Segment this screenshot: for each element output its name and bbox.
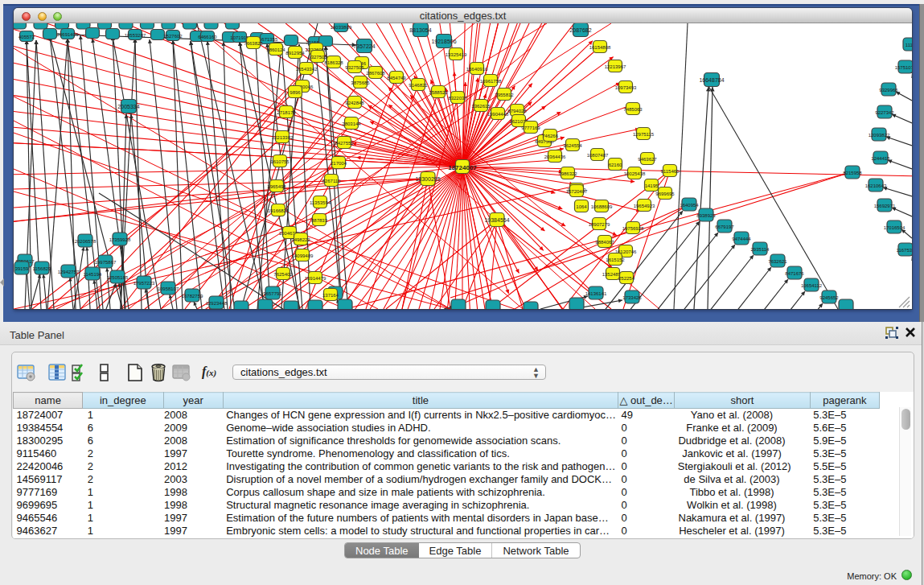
svg-text:7485063: 7485063 xyxy=(623,107,643,112)
svg-text:9146821: 9146821 xyxy=(409,83,428,88)
svg-text:15751074: 15751074 xyxy=(895,65,912,70)
svg-text:15692971: 15692971 xyxy=(874,204,896,208)
svg-text:1615152: 1615152 xyxy=(606,257,625,262)
svg-text:12505185: 12505185 xyxy=(107,275,129,280)
svg-text:8267110: 8267110 xyxy=(322,179,342,183)
svg-text:1145194: 1145194 xyxy=(84,272,103,277)
svg-text:7955812: 7955812 xyxy=(495,93,514,97)
svg-text:6679197: 6679197 xyxy=(715,225,734,229)
svg-text:19904448: 19904448 xyxy=(487,112,509,117)
svg-text:9860124: 9860124 xyxy=(266,47,285,52)
svg-text:3875685: 3875685 xyxy=(351,80,370,85)
svg-text:20206578: 20206578 xyxy=(75,239,97,244)
svg-text:9327505: 9327505 xyxy=(345,65,364,70)
svg-text:19384554: 19384554 xyxy=(484,217,509,223)
svg-text:17957223: 17957223 xyxy=(133,281,155,286)
svg-text:137164: 137164 xyxy=(322,293,339,298)
svg-text:16210643: 16210643 xyxy=(865,183,887,188)
svg-text:12923448: 12923448 xyxy=(206,301,228,306)
svg-text:1588520: 1588520 xyxy=(429,90,448,95)
svg-text:1610755: 1610755 xyxy=(270,159,290,164)
svg-text:9242848: 9242848 xyxy=(345,101,364,105)
svg-text:8186328: 8186328 xyxy=(324,60,343,65)
svg-text:16782759: 16782759 xyxy=(182,294,203,299)
svg-text:9474444: 9474444 xyxy=(732,237,751,241)
svg-text:8454749: 8454749 xyxy=(387,76,406,80)
svg-text:11353594: 11353594 xyxy=(310,200,331,205)
svg-text:2005334: 2005334 xyxy=(117,104,139,109)
svg-text:8322037: 8322037 xyxy=(448,96,467,101)
svg-text:746266: 746266 xyxy=(542,134,559,138)
svg-text:18907279: 18907279 xyxy=(589,222,610,227)
svg-text:12213382: 12213382 xyxy=(272,135,294,140)
svg-text:19654923: 19654923 xyxy=(634,204,655,208)
svg-text:9896: 9896 xyxy=(290,90,301,95)
svg-text:887833: 887833 xyxy=(311,218,328,223)
svg-text:2867608: 2867608 xyxy=(366,71,385,76)
svg-text:16961758: 16961758 xyxy=(480,79,502,84)
svg-text:10025438: 10025438 xyxy=(624,171,646,176)
svg-text:6466160: 6466160 xyxy=(198,35,217,39)
svg-text:1362615: 1362615 xyxy=(471,104,491,109)
svg-text:8912954: 8912954 xyxy=(285,51,305,56)
svg-text:252254: 252254 xyxy=(618,276,635,281)
svg-text:2935114: 2935114 xyxy=(751,247,770,252)
svg-text:8813054: 8813054 xyxy=(409,27,431,33)
svg-text:1244415: 1244415 xyxy=(871,156,890,161)
svg-text:14136141: 14136141 xyxy=(585,291,607,296)
svg-text:9498222: 9498222 xyxy=(291,237,310,242)
svg-text:16154808: 16154808 xyxy=(589,45,611,50)
svg-text:9227342: 9227342 xyxy=(875,110,894,115)
svg-text:8427552: 8427552 xyxy=(335,141,354,146)
svg-text:6794028: 6794028 xyxy=(507,109,527,113)
svg-text:2718170: 2718170 xyxy=(277,110,296,115)
svg-text:18300295: 18300295 xyxy=(415,176,440,182)
svg-text:16543342: 16543342 xyxy=(296,67,318,72)
svg-text:62160: 62160 xyxy=(609,163,622,167)
svg-text:14195: 14195 xyxy=(645,183,659,188)
svg-text:9463627: 9463627 xyxy=(638,157,657,162)
svg-text:7625402: 7625402 xyxy=(273,272,293,277)
svg-text:12093822: 12093822 xyxy=(869,133,890,138)
svg-text:39159: 39159 xyxy=(15,266,29,271)
svg-text:9657791: 9657791 xyxy=(263,291,282,296)
svg-text:10958107: 10958107 xyxy=(158,286,179,291)
svg-text:10553287: 10553287 xyxy=(125,33,146,38)
svg-text:15640910: 15640910 xyxy=(466,67,488,72)
svg-text:10654112: 10654112 xyxy=(801,283,823,288)
svg-text:2087682: 2087682 xyxy=(569,27,591,33)
svg-text:15720407: 15720407 xyxy=(566,189,588,194)
svg-text:9115460: 9115460 xyxy=(661,169,680,174)
svg-text:19756928: 19756928 xyxy=(622,226,644,231)
svg-text:8938923: 8938923 xyxy=(696,213,716,218)
svg-text:13325419: 13325419 xyxy=(446,52,467,57)
svg-text:16033809: 16033809 xyxy=(331,25,352,30)
svg-text:20364436: 20364436 xyxy=(544,154,566,159)
svg-text:8471676: 8471676 xyxy=(785,271,804,276)
svg-text:9245652: 9245652 xyxy=(819,295,839,300)
svg-text:10807487: 10807487 xyxy=(587,153,609,158)
svg-text:1733426: 1733426 xyxy=(622,295,642,300)
svg-text:10973493: 10973493 xyxy=(615,85,637,90)
svg-text:217004: 217004 xyxy=(331,161,347,166)
svg-text:9329966: 9329966 xyxy=(879,88,898,93)
svg-text:16914479: 16914479 xyxy=(305,276,326,281)
svg-text:1640954: 1640954 xyxy=(680,203,699,208)
svg-text:10688609: 10688609 xyxy=(591,204,613,209)
svg-text:19166825: 19166825 xyxy=(268,208,290,213)
svg-text:1156829: 1156829 xyxy=(33,266,52,271)
svg-text:14099489: 14099489 xyxy=(292,253,314,258)
svg-text:1112: 1112 xyxy=(906,43,912,47)
svg-text:20691406: 20691406 xyxy=(57,32,79,37)
svg-text:1167533: 1167533 xyxy=(897,248,912,253)
svg-text:9327505: 9327505 xyxy=(308,55,327,60)
svg-text:19218506: 19218506 xyxy=(431,39,456,44)
svg-text:12213967: 12213967 xyxy=(605,64,626,69)
svg-text:9777169: 9777169 xyxy=(521,126,540,130)
svg-text:17016504: 17016504 xyxy=(884,225,906,230)
svg-text:9699695: 9699695 xyxy=(655,192,675,196)
svg-text:17359928: 17359928 xyxy=(109,237,131,242)
svg-text:12942757: 12942757 xyxy=(58,270,80,274)
svg-text:18724007: 18724007 xyxy=(448,164,477,171)
svg-text:7632621: 7632621 xyxy=(768,259,787,264)
